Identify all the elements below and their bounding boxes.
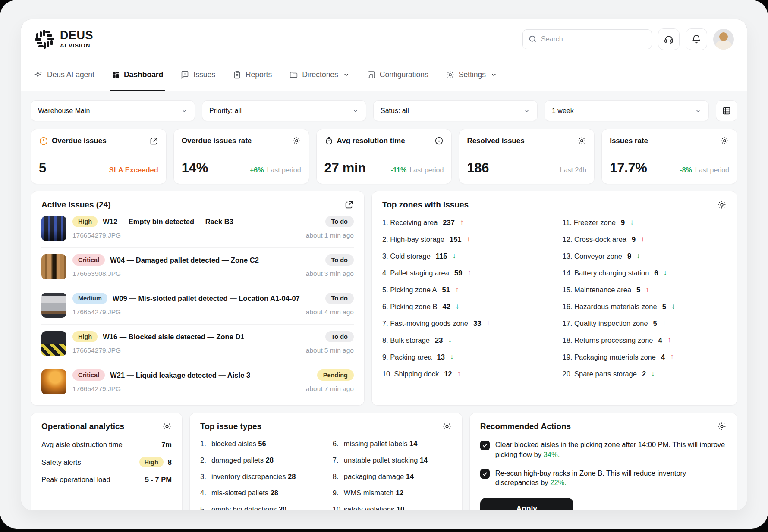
zone-value: 23 — [435, 336, 443, 344]
nav-item-dashboard[interactable]: Dashboard — [112, 59, 163, 91]
nav-label: Configurations — [380, 70, 428, 79]
trend-arrow-icon: ↓ — [450, 353, 454, 361]
severity-badge: Critical — [72, 369, 105, 381]
nav-label: Directories — [302, 70, 338, 79]
nav-item-configurations[interactable]: Configurations — [367, 59, 428, 91]
issue-type-count: 14 — [409, 440, 417, 448]
zone-label: 3. Cold storage — [382, 252, 431, 260]
search-input[interactable] — [522, 29, 652, 49]
issue-row[interactable]: Critical W04 — Damaged pallet detected —… — [41, 248, 354, 286]
zone-item: 14. Battery charging station 6 ↓ — [562, 269, 727, 277]
top-zones-title: Top zones with issues — [382, 200, 469, 210]
issue-type-count: 28 — [271, 489, 278, 497]
dashboard-grid-icon — [112, 71, 120, 79]
trend-arrow-icon: ↑ — [467, 269, 471, 277]
app-header: DEUS AI VISION — [21, 19, 747, 59]
zone-value: 6 — [654, 269, 658, 277]
issue-row[interactable]: High W16 — Blocked aisle detected — Zone… — [41, 325, 354, 363]
warehouse-select-value: Warehouse Main — [38, 107, 90, 115]
analytics-value: 7m — [161, 441, 172, 449]
desktop-background: DEUS AI VISION — [0, 0, 768, 529]
table-view-button[interactable] — [716, 100, 737, 121]
zone-item: 17. Quality inspection zone 5 ↑ — [562, 319, 727, 328]
trend-arrow-icon: ↑ — [486, 319, 490, 328]
issue-type-item: 9.WMS mismatch 12 — [333, 489, 452, 497]
chevron-down-icon — [343, 72, 349, 78]
checkbox-checked[interactable] — [480, 441, 490, 450]
user-avatar[interactable] — [713, 29, 734, 50]
folder-icon — [289, 70, 298, 79]
trend-arrow-icon: ↑ — [641, 235, 645, 244]
kpi-side-label: Last 24h — [560, 166, 586, 174]
issue-type-count: 14 — [420, 456, 428, 464]
support-button[interactable] — [658, 28, 680, 50]
trend-arrow-icon: ↑ — [670, 353, 674, 361]
bell-icon — [691, 34, 702, 44]
issue-row[interactable]: Medium W09 — Mis-slotted pallet detected… — [41, 286, 354, 325]
kpi-title: Overdue issues — [52, 137, 107, 145]
nav-item-deus-ai-agent[interactable]: Deus AI agent — [34, 59, 94, 91]
notifications-button[interactable] — [686, 28, 707, 50]
checkbox-checked[interactable] — [480, 469, 490, 479]
priority-select-value: Priority: all — [209, 107, 242, 115]
nav-item-reports[interactable]: Reports — [233, 59, 272, 91]
nav-item-directories[interactable]: Directories — [289, 59, 349, 91]
zone-item: 6. Picking zone B 42 ↓ — [382, 302, 542, 311]
active-issues-list: High W12 — Empty bin detected — Rack B3 … — [41, 210, 354, 401]
nav-label: Issues — [193, 70, 215, 79]
top-zones-panel: Top zones with issues 1. Receiving area … — [371, 191, 737, 406]
gear-icon[interactable] — [292, 136, 301, 145]
zone-label: 10. Shipping dock — [382, 370, 439, 378]
issue-timestamp: about 5 min ago — [306, 347, 354, 354]
active-issues-panel: Active issues (24) High W12 — Empty bin … — [31, 191, 365, 406]
issue-type-item: 5.empty bin detections 20 — [200, 505, 320, 510]
trend-arrow-icon: ↑ — [457, 369, 461, 378]
zone-label: 18. Returns processing zone — [562, 336, 653, 344]
kpi-delta: -8% — [680, 166, 692, 174]
gear-icon[interactable] — [717, 422, 727, 431]
zone-value: 115 — [436, 252, 447, 260]
zone-label: 1. Receiving area — [382, 219, 438, 227]
gear-icon[interactable] — [717, 200, 727, 210]
nav-item-issues[interactable]: Issues — [180, 59, 215, 91]
nav-item-settings[interactable]: Settings — [446, 59, 497, 91]
kpi-title: Avg resolution time — [337, 137, 405, 145]
gear-icon[interactable] — [577, 136, 586, 145]
issue-thumbnail — [41, 293, 66, 318]
trend-arrow-icon: ↓ — [456, 302, 460, 311]
warehouse-select[interactable]: Warehouse Main — [31, 100, 195, 121]
issue-type-count: 28 — [266, 456, 274, 464]
zone-item: 1. Receiving area 237 ↑ — [382, 218, 542, 227]
severity-badge: Critical — [72, 254, 105, 266]
issue-type-item: 7.unstable pallet stacking 14 — [333, 456, 452, 464]
trend-arrow-icon: ↓ — [448, 336, 452, 344]
zone-value: 9 — [632, 235, 636, 244]
dashboard-content: Warehouse Main Priority: all Satus: all … — [21, 91, 747, 510]
zone-item: 9. Packing area 13 ↓ — [382, 353, 542, 361]
chevron-down-icon — [181, 107, 188, 114]
zone-item: 11. Freezer zone 9 ↓ — [562, 218, 727, 227]
action-item: Clear blocked aisles in the picking zone… — [480, 440, 727, 460]
status-select[interactable]: Satus: all — [373, 100, 538, 121]
external-link-icon[interactable] — [149, 137, 158, 146]
recommended-actions-title: Recommended Actions — [480, 422, 571, 431]
kpi-delta: -11% — [391, 166, 406, 174]
info-icon[interactable] — [434, 136, 444, 145]
issue-row[interactable]: Critical W21 — Liquid leakage detected —… — [41, 363, 354, 401]
zone-value: 42 — [442, 303, 450, 311]
clipboard-icon — [233, 70, 242, 79]
zone-label: 4. Pallet staging area — [382, 269, 449, 277]
trend-arrow-icon: ↓ — [671, 302, 675, 311]
issue-row[interactable]: High W12 — Empty bin detected — Rack B3 … — [41, 210, 354, 248]
apply-button[interactable]: Apply — [480, 498, 573, 510]
severity-badge: Medium — [72, 293, 107, 304]
external-link-icon[interactable] — [344, 200, 354, 210]
gear-icon[interactable] — [720, 136, 729, 145]
period-select[interactable]: 1 week — [545, 100, 709, 121]
zone-item: 15. Maintenance area 5 ↑ — [562, 285, 727, 294]
gear-icon[interactable] — [162, 422, 172, 431]
priority-select[interactable]: Priority: all — [202, 100, 366, 121]
app-window: DEUS AI VISION — [21, 19, 747, 510]
trend-arrow-icon: ↓ — [636, 252, 640, 260]
gear-icon[interactable] — [442, 422, 452, 431]
